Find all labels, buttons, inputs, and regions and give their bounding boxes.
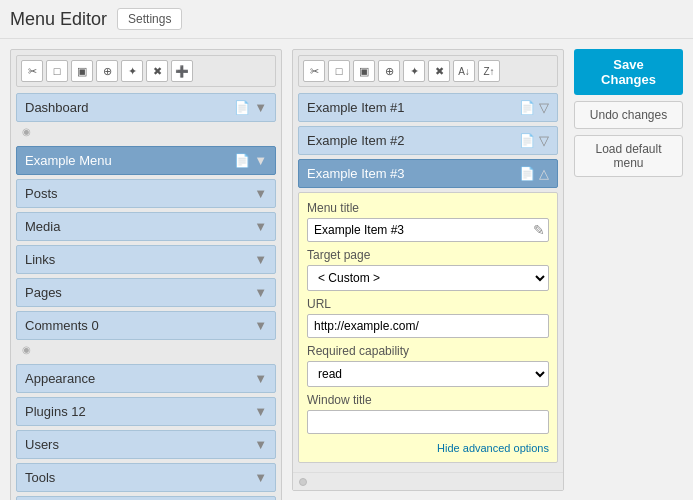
middle-toolbar-cut[interactable]: ✂	[303, 60, 325, 82]
left-toolbar-new[interactable]: ➕	[171, 60, 193, 82]
sidebar-item-posts[interactable]: Posts ▼	[16, 179, 276, 208]
middle-panel: ✂ □ ▣ ⊕ ✦ ✖ A↓ Z↑ Example Item #1 📄 ▽	[292, 49, 564, 487]
sidebar-item-links-label: Links	[25, 252, 55, 267]
chevron-down-icon-8: ▼	[254, 371, 267, 386]
target-page-select[interactable]: < Custom > Dashboard Posts Media	[307, 265, 549, 291]
middle-panel-bottom-bar	[293, 472, 563, 490]
settings-tab[interactable]: Settings	[117, 8, 182, 30]
menu-title-input[interactable]	[307, 218, 549, 242]
sidebar-item-dashboard[interactable]: Dashboard 📄 ▼	[16, 93, 276, 122]
middle-panel-content: ✂ □ ▣ ⊕ ✦ ✖ A↓ Z↑ Example Item #1 📄 ▽	[293, 50, 563, 472]
chevron-down-icon-2: ▼	[254, 153, 267, 168]
sidebar-item-pages[interactable]: Pages ▼	[16, 278, 276, 307]
left-toolbar-paste[interactable]: ▣	[71, 60, 93, 82]
required-capability-select[interactable]: read edit_posts manage_options	[307, 361, 549, 387]
edit-icon: 📄	[234, 153, 250, 168]
sidebar-item-media-label: Media	[25, 219, 60, 234]
left-toolbar-add[interactable]: ⊕	[96, 60, 118, 82]
middle-toolbar-add[interactable]: ⊕	[378, 60, 400, 82]
undo-changes-button[interactable]: Undo changes	[574, 101, 683, 129]
left-panel-container: ✂ □ ▣ ⊕ ✦ ✖ ➕ Dashboard 📄 ▼	[10, 49, 282, 500]
sidebar-item-users[interactable]: Users ▼	[16, 430, 276, 459]
sidebar-item-plugins-label: Plugins 12	[25, 404, 86, 419]
chevron-down-icon: ▼	[254, 100, 267, 115]
left-toolbar-cut[interactable]: ✂	[21, 60, 43, 82]
small-row-2: ◉	[16, 344, 276, 360]
sidebar-item-example-menu[interactable]: Example Menu 📄 ▼	[16, 146, 276, 175]
middle-item-3[interactable]: Example Item #3 📄 △	[298, 159, 558, 188]
chevron-down-icon-6: ▼	[254, 285, 267, 300]
middle-item-1-label: Example Item #1	[307, 100, 405, 115]
page-icon-m2: 📄	[519, 133, 535, 148]
header: Menu Editor Settings	[0, 0, 693, 39]
sidebar-item-links[interactable]: Links ▼	[16, 245, 276, 274]
page-icon-m3: 📄	[519, 166, 535, 181]
load-default-menu-button[interactable]: Load default menu	[574, 135, 683, 177]
sidebar-item-posts-label: Posts	[25, 186, 58, 201]
middle-panel-container: ✂ □ ▣ ⊕ ✦ ✖ A↓ Z↑ Example Item #1 📄 ▽	[292, 49, 564, 491]
sidebar-item-media[interactable]: Media ▼	[16, 212, 276, 241]
menu-title-label: Menu title	[307, 201, 549, 215]
left-toolbar-star[interactable]: ✦	[121, 60, 143, 82]
sidebar-item-plugins[interactable]: Plugins 12 ▼	[16, 397, 276, 426]
middle-toolbar-paste[interactable]: ▣	[353, 60, 375, 82]
page-icon: 📄	[234, 100, 250, 115]
chevron-down-icon-11: ▼	[254, 470, 267, 485]
chevron-down-icon-3: ▼	[254, 186, 267, 201]
middle-toolbar-copy[interactable]: □	[328, 60, 350, 82]
url-input[interactable]	[307, 314, 549, 338]
main-layout: ✂ □ ▣ ⊕ ✦ ✖ ➕ Dashboard 📄 ▼	[0, 39, 693, 497]
sidebar-item-comments-label: Comments 0	[25, 318, 99, 333]
menu-title-field-container: ✎	[307, 218, 549, 242]
middle-toolbar-delete[interactable]: ✖	[428, 60, 450, 82]
window-title-input[interactable]	[307, 410, 549, 434]
edit-icon-btn[interactable]: ✎	[533, 222, 545, 238]
sidebar-item-tools-label: Tools	[25, 470, 55, 485]
right-panel: Save Changes Undo changes Load default m…	[574, 49, 683, 487]
small-icon-2: ◉	[22, 344, 31, 355]
sidebar-item-example-menu-label: Example Menu	[25, 153, 112, 168]
middle-toolbar-sort-asc[interactable]: A↓	[453, 60, 475, 82]
chevron-down-icon-m2: ▽	[539, 133, 549, 148]
chevron-down-icon-5: ▼	[254, 252, 267, 267]
middle-toolbar: ✂ □ ▣ ⊕ ✦ ✖ A↓ Z↑	[298, 55, 558, 87]
sidebar-item-appearance-label: Appearance	[25, 371, 95, 386]
save-changes-button[interactable]: Save Changes	[574, 49, 683, 95]
chevron-down-icon-10: ▼	[254, 437, 267, 452]
expanded-item-panel: Menu title ✎ Target page < Custom > Dash…	[298, 192, 558, 463]
required-capability-label: Required capability	[307, 344, 549, 358]
target-page-label: Target page	[307, 248, 549, 262]
middle-item-2-label: Example Item #2	[307, 133, 405, 148]
middle-toolbar-star[interactable]: ✦	[403, 60, 425, 82]
sidebar-item-appearance[interactable]: Appearance ▼	[16, 364, 276, 393]
sidebar-item-comments[interactable]: Comments 0 ▼	[16, 311, 276, 340]
middle-bottom-bar-indicator	[299, 478, 307, 486]
url-label: URL	[307, 297, 549, 311]
left-panel-content: ✂ □ ▣ ⊕ ✦ ✖ ➕ Dashboard 📄 ▼	[11, 50, 281, 500]
chevron-down-icon-9: ▼	[254, 404, 267, 419]
small-icon-1: ◉	[22, 126, 31, 137]
middle-item-1[interactable]: Example Item #1 📄 ▽	[298, 93, 558, 122]
sidebar-item-pages-label: Pages	[25, 285, 62, 300]
window-title-label: Window title	[307, 393, 549, 407]
chevron-down-icon-4: ▼	[254, 219, 267, 234]
sidebar-item-tools[interactable]: Tools ▼	[16, 463, 276, 492]
page-icon-m1: 📄	[519, 100, 535, 115]
left-toolbar-delete[interactable]: ✖	[146, 60, 168, 82]
page-title: Menu Editor	[10, 9, 107, 30]
left-panel: ✂ □ ▣ ⊕ ✦ ✖ ➕ Dashboard 📄 ▼	[10, 49, 282, 487]
middle-toolbar-sort-desc[interactable]: Z↑	[478, 60, 500, 82]
chevron-down-icon-7: ▼	[254, 318, 267, 333]
left-toolbar-copy[interactable]: □	[46, 60, 68, 82]
sidebar-item-users-label: Users	[25, 437, 59, 452]
sidebar-item-settings[interactable]: Settings ▼	[16, 496, 276, 500]
left-toolbar: ✂ □ ▣ ⊕ ✦ ✖ ➕	[16, 55, 276, 87]
sidebar-item-dashboard-label: Dashboard	[25, 100, 89, 115]
hide-advanced-link[interactable]: Hide advanced options	[307, 442, 549, 454]
chevron-up-icon-m3: △	[539, 166, 549, 181]
middle-item-3-label: Example Item #3	[307, 166, 405, 181]
middle-item-2[interactable]: Example Item #2 📄 ▽	[298, 126, 558, 155]
chevron-down-icon-m1: ▽	[539, 100, 549, 115]
small-row-1: ◉	[16, 126, 276, 142]
